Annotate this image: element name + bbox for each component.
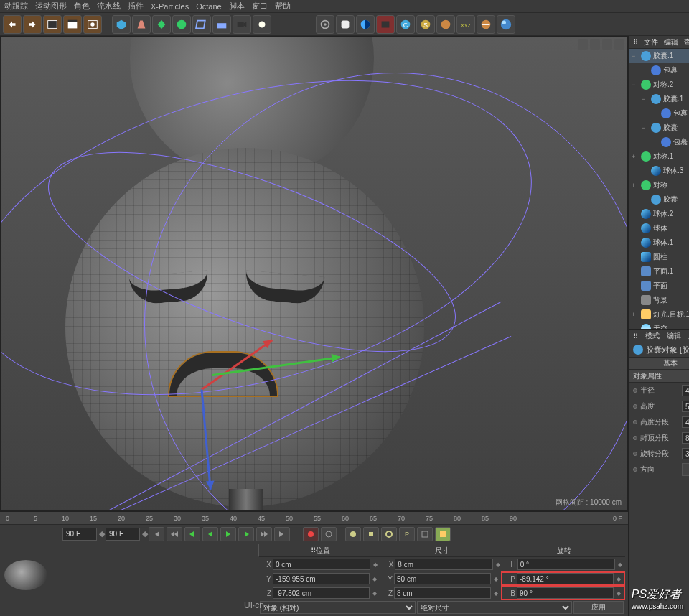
prev-key-icon[interactable]	[167, 527, 182, 541]
goto-end-icon[interactable]	[274, 527, 290, 541]
tab-view[interactable]: 查看	[684, 37, 689, 47]
tree-row[interactable]: 胶囊✓	[629, 192, 689, 207]
tree-row[interactable]: 天空	[629, 322, 689, 329]
next-key-icon[interactable]	[256, 527, 272, 541]
key-scale-icon[interactable]	[363, 527, 379, 541]
rotation-input[interactable]	[517, 573, 614, 584]
attr-input[interactable]	[682, 416, 689, 428]
tree-row[interactable]: 球体.1✓	[629, 235, 689, 250]
menu-item[interactable]: 角色	[74, 1, 90, 11]
position-input[interactable]	[273, 587, 370, 599]
tool-generator-icon[interactable]	[172, 15, 191, 34]
tool-clapper-icon[interactable]	[63, 15, 82, 34]
goto-start-icon[interactable]	[149, 527, 164, 541]
tree-row[interactable]: −胶囊.1✓	[629, 92, 689, 106]
tool-environment-icon[interactable]	[212, 15, 231, 34]
key-pos-icon[interactable]	[345, 527, 361, 541]
tree-row[interactable]: +对称✓	[629, 178, 689, 192]
key-pla-icon[interactable]	[417, 527, 433, 541]
tool-display-icon[interactable]	[336, 15, 355, 34]
tree-row[interactable]: 平面.1✓	[629, 264, 689, 279]
play-icon[interactable]	[220, 527, 236, 541]
tool-h-icon[interactable]	[477, 15, 495, 34]
attr-input[interactable]	[682, 432, 689, 444]
position-input[interactable]	[273, 559, 370, 570]
expand-icon[interactable]: +	[632, 182, 639, 189]
tool-light-icon[interactable]	[253, 15, 271, 34]
tool-cube-icon[interactable]	[112, 15, 131, 34]
tree-row[interactable]: 平面✓	[629, 279, 689, 293]
viewport-3d[interactable]: 网格间距 : 10000 cm	[0, 36, 628, 511]
key-param-icon[interactable]: P	[399, 527, 415, 541]
coord-size-mode-select[interactable]: 绝对尺寸	[417, 601, 573, 614]
menu-item[interactable]: 脚本	[229, 1, 245, 11]
tree-row[interactable]: 包裹✓	[629, 63, 689, 78]
size-input[interactable]	[394, 587, 491, 599]
menu-item[interactable]: Octane	[196, 2, 221, 11]
tree-row[interactable]: −胶囊✓	[629, 121, 689, 135]
tool-disc-icon[interactable]	[436, 15, 455, 34]
viewport-switch-icon[interactable]	[614, 39, 624, 50]
tab-edit[interactable]: 编辑	[664, 37, 678, 47]
tab-file[interactable]: 文件	[644, 37, 658, 47]
menu-item[interactable]: 运动图形	[35, 1, 67, 11]
expand-icon[interactable]: +	[632, 153, 639, 160]
attr-subtab-basic[interactable]: 基本	[629, 357, 689, 370]
key-extra-icon[interactable]	[435, 527, 451, 541]
tree-row[interactable]: −胶囊.1✓	[629, 49, 689, 63]
tool-xyz-icon[interactable]: XYZ	[456, 15, 475, 34]
tool-camera-icon[interactable]	[233, 15, 251, 34]
tool-render-icon[interactable]	[83, 15, 102, 34]
attr-orientation-select[interactable]: +Y	[682, 463, 689, 476]
tool-pen-icon[interactable]	[132, 15, 151, 34]
tool-film-icon[interactable]	[43, 15, 62, 34]
attr-input[interactable]	[682, 401, 689, 412]
viewport-pan-icon[interactable]	[578, 39, 588, 50]
tree-row[interactable]: 球体.2✓	[629, 207, 689, 221]
rotation-input[interactable]	[517, 559, 615, 570]
play-back-icon[interactable]	[202, 527, 218, 541]
timeline-ruler[interactable]: 0 F 051015202530354045505560657075808590	[0, 511, 628, 524]
tool-shading-icon[interactable]	[356, 15, 375, 34]
frame-start-field[interactable]	[62, 528, 97, 541]
tool-live-icon[interactable]	[316, 15, 334, 34]
expand-icon[interactable]: −	[632, 81, 639, 88]
size-input[interactable]	[394, 573, 491, 584]
tool-c-icon[interactable]: C	[396, 15, 415, 34]
attr-input[interactable]	[682, 448, 689, 459]
tree-row[interactable]: 背景	[629, 293, 689, 307]
position-input[interactable]	[273, 573, 370, 584]
menu-item[interactable]: 帮助	[275, 1, 291, 11]
object-tree[interactable]: −胶囊.1✓包裹✓−对称.2✓−胶囊.1✓包裹✓−胶囊✓包裹✓+对称.1✓球体.…	[629, 49, 689, 329]
tree-row[interactable]: 包裹✓	[629, 106, 689, 121]
menu-item[interactable]: 窗口	[252, 1, 268, 11]
expand-icon[interactable]: −	[642, 124, 649, 131]
expand-icon[interactable]: +	[632, 311, 639, 318]
tree-row[interactable]: 包裹✓	[629, 135, 689, 149]
menu-item[interactable]: X-Particles	[151, 2, 189, 11]
viewport-rotate-icon[interactable]	[602, 39, 612, 50]
menu-item[interactable]: 插件	[128, 1, 144, 11]
tree-row[interactable]: 球体✓	[629, 221, 689, 235]
rotation-input[interactable]	[517, 587, 614, 599]
key-rot-icon[interactable]	[381, 527, 397, 541]
menu-item[interactable]: 流水线	[97, 1, 121, 11]
size-input[interactable]	[395, 559, 492, 570]
next-frame-icon[interactable]	[238, 527, 254, 541]
tool-undo-icon[interactable]	[3, 15, 22, 34]
expand-icon[interactable]: −	[642, 95, 649, 103]
tool-deformer-icon[interactable]	[192, 15, 211, 34]
tool-s-icon[interactable]: S	[416, 15, 435, 34]
attr-input[interactable]	[682, 385, 689, 396]
viewport-zoom-icon[interactable]	[590, 39, 600, 50]
tree-row[interactable]: 球体.3✓	[629, 164, 689, 178]
tool-nurbs-icon[interactable]	[152, 15, 171, 34]
expand-icon[interactable]: −	[632, 52, 639, 60]
tool-redo-icon[interactable]	[23, 15, 42, 34]
prev-frame-icon[interactable]	[184, 527, 200, 541]
coord-apply-button[interactable]: 应用	[573, 601, 624, 614]
frame-end-field[interactable]	[106, 528, 140, 541]
tool-material-icon[interactable]	[497, 15, 515, 34]
tree-row[interactable]: +对称.1✓	[629, 149, 689, 164]
tree-row[interactable]: −对称.2✓	[629, 78, 689, 92]
